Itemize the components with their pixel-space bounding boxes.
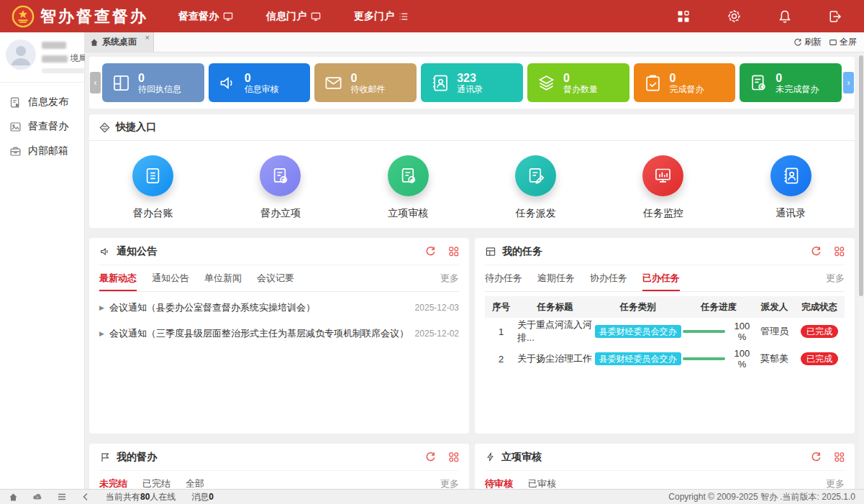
project-review-title: 立项审核 [501, 451, 542, 464]
my-tasks-panel: 我的任务 待办任务 逾期任务 协办任务 [475, 238, 855, 434]
project-review-more-link[interactable]: 更多 [826, 477, 845, 489]
monitor-chart-icon [642, 155, 683, 196]
refresh-page-button[interactable]: 刷新 [793, 36, 822, 48]
category-badge: 县委财经委员会交办 [595, 325, 681, 338]
notices-more-link[interactable]: 更多 [440, 272, 459, 285]
table-row[interactable]: 1 关于重点河流入河排... 县委财经委员会交办 100 % 管理员 已完成 [485, 318, 845, 345]
quick-item-task-monitor[interactable]: 任务监控 [642, 155, 683, 220]
stat-card-completed-supervision[interactable]: 0完成督办 [634, 63, 736, 102]
speaker-icon [99, 246, 111, 257]
close-tab-icon[interactable]: × [145, 33, 150, 42]
refresh-icon[interactable] [425, 246, 436, 257]
briefcase-icon [9, 145, 22, 157]
sidebar-item-info-publish[interactable]: 信息发布 [0, 90, 84, 114]
vertical-scrollbar[interactable] [858, 52, 864, 489]
doc-plus-icon [260, 155, 301, 196]
stat-card-pending-receipts[interactable]: 0待回执信息 [102, 63, 204, 102]
notices-title: 通知公告 [117, 245, 157, 258]
ledger-doc-icon [132, 155, 173, 196]
stat-card-info-review[interactable]: 0信息审核 [209, 63, 311, 102]
cards-scroll-right-button[interactable]: › [843, 72, 854, 93]
app-title: 智办督查督办 [40, 6, 148, 27]
national-emblem-icon [12, 5, 35, 28]
logout-icon[interactable] [828, 9, 842, 24]
mail-icon [324, 73, 343, 93]
nav-more-portal[interactable]: 更多门户 [354, 10, 409, 23]
chevron-left-icon[interactable] [81, 492, 90, 501]
apps-grid-icon[interactable] [676, 9, 691, 24]
tab-assist-tasks[interactable]: 协办任务 [590, 265, 627, 291]
tab-reviewed[interactable]: 已审核 [528, 471, 556, 489]
monitor-icon [311, 12, 321, 22]
tab-notices[interactable]: 通知公告 [152, 265, 189, 291]
tab-meeting-minutes[interactable]: 会议记要 [257, 265, 294, 291]
stat-card-supervision-count[interactable]: 0督办数量 [527, 63, 629, 102]
my-supervision-more-link[interactable]: 更多 [440, 477, 459, 489]
my-tasks-more-link[interactable]: 更多 [826, 272, 845, 285]
quick-item-project-review[interactable]: 立项审核 [388, 155, 429, 220]
bullet-icon: ▶ [99, 330, 104, 337]
category-badge: 县委财经委员会交办 [595, 352, 681, 365]
list-item[interactable]: ▶ 会议通知（三季度县级层面整治形式主任为基层减负专项机制联席会议） 2025-… [99, 321, 459, 347]
refresh-icon[interactable] [811, 452, 822, 462]
grid-menu-icon[interactable] [834, 246, 845, 257]
my-tasks-title: 我的任务 [502, 245, 542, 258]
sidebar: 境局 信息发布 督查督办 内部邮箱 [0, 32, 85, 489]
fullscreen-button[interactable]: 全屏 [829, 36, 857, 48]
tab-finished[interactable]: 已完结 [142, 471, 170, 489]
stat-card-contacts[interactable]: 323通讯录 [421, 63, 523, 102]
nav-info-portal[interactable]: 信息门户 [266, 10, 321, 23]
bullet-icon: ▶ [99, 304, 104, 311]
window-grid-icon [112, 73, 131, 93]
nav-supervision[interactable]: 督查督办 [178, 10, 233, 23]
doc-check-icon [388, 155, 429, 196]
project-review-panel: 立项审核 待审核 已审核 更多 [475, 444, 855, 489]
cloud-icon[interactable] [32, 492, 42, 502]
user-card[interactable]: 境局 [0, 32, 84, 83]
stat-card-uncompleted-supervision[interactable]: 0未完成督办 [740, 63, 842, 102]
grid-menu-icon[interactable] [448, 452, 459, 462]
sidebar-item-supervision[interactable]: 督查督办 [0, 114, 84, 139]
doc-publish-icon [9, 96, 22, 109]
monitor-icon [223, 12, 233, 22]
contacts-book-icon [770, 155, 811, 196]
tab-overdue-tasks[interactable]: 逾期任务 [537, 265, 575, 291]
quick-item-task-dispatch[interactable]: 任务派发 [515, 155, 556, 220]
header-actions [676, 9, 852, 24]
tab-done-tasks[interactable]: 已办任务 [642, 265, 680, 291]
quick-item-supervision-initiate[interactable]: 督办立项 [260, 155, 301, 220]
tab-latest-news[interactable]: 最新动态 [99, 265, 137, 291]
image-chart-icon [9, 121, 22, 133]
notices-panel: 通知公告 最新动态 通知公告 单位新闻 [89, 238, 469, 434]
menu-hamburger-icon[interactable] [57, 492, 67, 502]
tab-unit-news[interactable]: 单位新闻 [204, 265, 242, 291]
grid-menu-icon[interactable] [834, 452, 845, 462]
tab-todo-tasks[interactable]: 待办任务 [485, 265, 522, 291]
quick-entry-panel: 快捷入口 督办台账 督办立项 [89, 114, 855, 228]
refresh-icon[interactable] [811, 246, 822, 257]
stat-card-inbox-mail[interactable]: 0待收邮件 [314, 63, 417, 102]
my-supervision-title: 我的督办 [117, 451, 157, 464]
settings-gear-icon[interactable] [727, 9, 742, 24]
quick-entry-icon [99, 122, 110, 133]
tab-all[interactable]: 全部 [186, 471, 204, 489]
tab-pending-review[interactable]: 待审核 [485, 471, 513, 489]
tab-system-desktop[interactable]: 系统桌面 × [85, 32, 154, 52]
status-badge: 已完成 [801, 325, 838, 338]
table-row[interactable]: 2 关于扬尘治理工作 县委财经委员会交办 100 % 莫郁美 已完成 [485, 345, 845, 372]
cards-scroll-left-button[interactable]: ‹ [90, 72, 101, 93]
status-badge: 已完成 [801, 352, 838, 365]
refresh-icon[interactable] [425, 452, 436, 462]
home-icon[interactable] [9, 492, 18, 502]
grid-menu-icon[interactable] [448, 246, 459, 257]
list-item[interactable]: ▶ 会议通知（县委办公室督查督办系统实操培训会） 2025-12-03 [99, 295, 459, 321]
sidebar-item-mailbox[interactable]: 内部邮箱 [0, 139, 84, 163]
quick-item-contacts[interactable]: 通讯录 [770, 155, 811, 220]
notification-bell-icon[interactable] [778, 9, 792, 24]
tab-unfinished[interactable]: 未完结 [99, 471, 127, 489]
scrollbar-thumb[interactable] [859, 55, 863, 296]
notices-tabs: 最新动态 通知公告 单位新闻 会议记要 更多 [99, 265, 459, 292]
top-nav: 督查督办 信息门户 更多门户 [178, 10, 409, 23]
quick-item-supervision-ledger[interactable]: 督办台账 [132, 155, 173, 220]
message-count-text[interactable]: 消息0 [191, 491, 214, 503]
